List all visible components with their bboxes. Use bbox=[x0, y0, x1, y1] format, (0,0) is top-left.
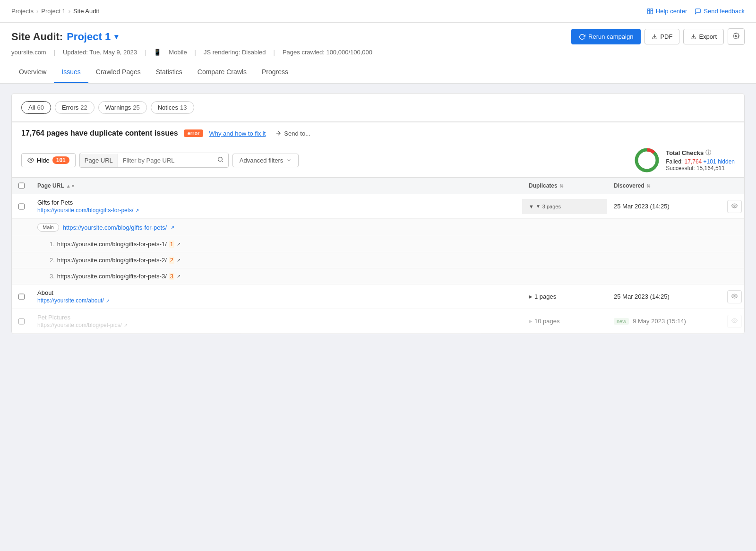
nav-tabs: Overview Issues Crawled Pages Statistics… bbox=[0, 61, 756, 84]
row1-page-name: Gifts for Pets bbox=[37, 199, 515, 206]
row3-expand-icon[interactable]: ▶ bbox=[529, 319, 533, 324]
row1-expand-btn[interactable]: ▼ 3 pages bbox=[529, 204, 601, 209]
svg-point-10 bbox=[636, 150, 657, 171]
sub-main-url[interactable]: https://yoursite.com/blog/gifts-for-pets… bbox=[63, 224, 167, 231]
row3-eye-cell bbox=[721, 310, 744, 333]
export-button[interactable]: Export bbox=[683, 29, 724, 44]
sub-row-2-ext: ↗ bbox=[177, 258, 180, 263]
row2-eye-button[interactable] bbox=[727, 290, 742, 303]
select-all-checkbox[interactable] bbox=[18, 182, 25, 189]
row3-page-url: https://yoursite.com/blog/pet-pics/ ↗ bbox=[37, 322, 515, 328]
row3-url-link[interactable]: https://yoursite.com/blog/pet-pics/ bbox=[37, 322, 122, 328]
th-duplicates[interactable]: Duplicates ⇅ bbox=[522, 178, 607, 194]
th-page-url[interactable]: Page URL ▲▼ bbox=[31, 178, 522, 194]
row3-page-info: Pet Pictures https://yoursite.com/blog/p… bbox=[31, 309, 522, 333]
svg-point-14 bbox=[734, 319, 735, 321]
sub-row-1-url[interactable]: https://yoursite.com/blog/gifts-for-pets… bbox=[57, 241, 167, 248]
filter-row: All 60 Errors 22 Warnings 25 Notices 13 bbox=[12, 94, 744, 121]
filter-all-count: 60 bbox=[37, 104, 43, 111]
hide-button[interactable]: Hide 101 bbox=[21, 153, 76, 167]
filter-all[interactable]: All 60 bbox=[21, 101, 51, 114]
filter-errors[interactable]: Errors 22 bbox=[55, 101, 94, 114]
url-filter-search-button[interactable] bbox=[213, 153, 228, 167]
sub-row-3-url[interactable]: https://yoursite.com/blog/gifts-for-pets… bbox=[57, 273, 167, 280]
sub-row-3-ext: ↗ bbox=[177, 274, 180, 279]
row3-duplicates: ▶ 10 pages bbox=[522, 313, 607, 329]
eye-icon bbox=[27, 157, 34, 164]
row2-duplicates: ▶ 1 pages bbox=[522, 288, 607, 305]
sub-row-1-content: 1. https://yoursite.com/blog/gifts-for-p… bbox=[31, 236, 744, 252]
breadcrumb-projects[interactable]: Projects bbox=[11, 8, 34, 15]
filter-notices[interactable]: Notices 13 bbox=[151, 101, 194, 114]
table-header: Page URL ▲▼ Duplicates ⇅ Discovered ⇅ bbox=[12, 178, 744, 194]
hide-count-badge: 101 bbox=[52, 156, 69, 164]
row2-url-link[interactable]: https://yoursite.com/about/ bbox=[37, 297, 104, 304]
send-to-button[interactable]: Send to... bbox=[275, 130, 310, 137]
filter-warnings[interactable]: Warnings 25 bbox=[98, 101, 147, 114]
gear-icon bbox=[733, 33, 739, 39]
row3-ext-icon: ↗ bbox=[124, 323, 128, 328]
sub-row-2-highlight: 2 bbox=[169, 257, 174, 264]
filter-notices-count: 13 bbox=[180, 104, 187, 111]
tab-progress[interactable]: Progress bbox=[254, 61, 296, 83]
project-name[interactable]: Project 1 bbox=[67, 31, 111, 43]
send-icon bbox=[275, 130, 282, 137]
url-filter-input[interactable] bbox=[118, 154, 213, 167]
row2-checkbox-cell bbox=[12, 289, 31, 305]
adv-filter-label: Advanced filters bbox=[240, 157, 284, 164]
checks-hidden[interactable]: +101 hidden bbox=[704, 158, 735, 165]
th-checkbox bbox=[12, 178, 31, 194]
row2-expand-icon[interactable]: ▶ bbox=[529, 294, 533, 299]
export-label: Export bbox=[699, 33, 717, 40]
row2-checkbox[interactable] bbox=[18, 293, 25, 300]
send-feedback-link[interactable]: Send feedback bbox=[695, 8, 745, 15]
breadcrumb-current: Site Audit bbox=[73, 8, 99, 15]
row3-eye-icon bbox=[731, 318, 738, 324]
project-dropdown-icon[interactable]: ▾ bbox=[114, 32, 118, 41]
issues-table: Page URL ▲▼ Duplicates ⇅ Discovered ⇅ bbox=[12, 177, 744, 334]
row1-expand-icon: ▼ bbox=[536, 204, 541, 209]
settings-button[interactable] bbox=[728, 28, 745, 45]
row2-eye-icon bbox=[731, 293, 738, 299]
row3-date: 9 May 2023 (15:14) bbox=[633, 318, 686, 325]
tab-crawled-pages[interactable]: Crawled Pages bbox=[88, 61, 148, 83]
th-discovered[interactable]: Discovered ⇅ bbox=[607, 178, 721, 194]
info-icon[interactable]: ⓘ bbox=[705, 149, 711, 157]
feedback-icon bbox=[695, 8, 701, 15]
sub-row-main: Main https://yoursite.com/blog/gifts-for… bbox=[12, 219, 744, 236]
svg-point-6 bbox=[735, 35, 737, 37]
breadcrumb-project1[interactable]: Project 1 bbox=[41, 8, 65, 15]
book-icon bbox=[647, 8, 653, 15]
sub-row-2-url[interactable]: https://yoursite.com/blog/gifts-for-pets… bbox=[57, 257, 167, 264]
tab-compare-crawls[interactable]: Compare Crawls bbox=[190, 61, 254, 83]
advanced-filters-button[interactable]: Advanced filters bbox=[232, 154, 299, 167]
row3-eye-button[interactable] bbox=[727, 315, 742, 328]
sub-row-2: 2. https://yoursite.com/blog/gifts-for-p… bbox=[12, 252, 744, 268]
checks-failed-row: Failed: 17,764 +101 hidden bbox=[666, 158, 735, 165]
total-checks: Total Checks ⓘ Failed: 17,764 +101 hidde… bbox=[635, 148, 735, 172]
sub-row-3-indent bbox=[12, 268, 31, 284]
help-center-link[interactable]: Help center bbox=[647, 8, 687, 15]
url-filter-label: Page URL bbox=[80, 154, 118, 167]
sub-row-3: 3. https://yoursite.com/blog/gifts-for-p… bbox=[12, 268, 744, 284]
pdf-button[interactable]: PDF bbox=[644, 29, 679, 44]
row1-eye-button[interactable] bbox=[727, 200, 742, 213]
row1-ext-icon: ↗ bbox=[135, 208, 139, 213]
chevron-down-icon bbox=[286, 157, 292, 163]
top-bar: Projects › Project 1 › Site Audit Help c… bbox=[0, 0, 756, 23]
row3-checkbox[interactable] bbox=[18, 318, 25, 325]
row1-checkbox[interactable] bbox=[18, 203, 25, 210]
row1-discovered: 25 Mar 2023 (14:25) bbox=[607, 198, 721, 215]
row1-page-url: https://yoursite.com/blog/gifts-for-pets… bbox=[37, 207, 515, 214]
hide-label: Hide bbox=[37, 157, 50, 164]
checks-failed-value: 17,764 bbox=[685, 158, 702, 165]
why-fix-link[interactable]: Why and how to fix it bbox=[209, 130, 266, 137]
tab-statistics[interactable]: Statistics bbox=[148, 61, 190, 83]
tab-issues[interactable]: Issues bbox=[54, 61, 88, 83]
tab-overview[interactable]: Overview bbox=[11, 61, 54, 83]
row1-page-info: Gifts for Pets https://yoursite.com/blog… bbox=[31, 194, 522, 218]
row1-url-link[interactable]: https://yoursite.com/blog/gifts-for-pets… bbox=[37, 207, 133, 214]
domain: yoursite.com bbox=[11, 49, 46, 56]
rerun-campaign-button[interactable]: Rerun campaign bbox=[571, 29, 641, 44]
top-bar-actions: Help center Send feedback bbox=[647, 8, 745, 15]
